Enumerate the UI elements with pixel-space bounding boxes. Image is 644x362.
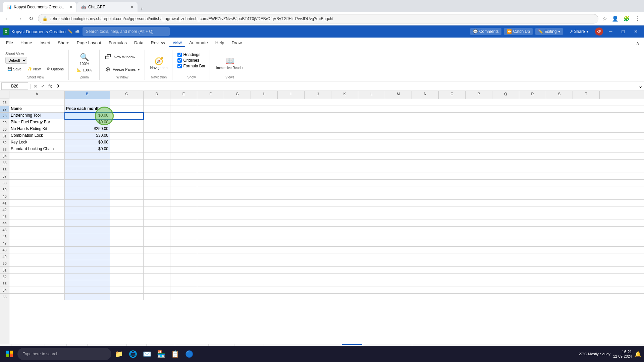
cell-A29[interactable]: Biker Fuel Energy Bar	[9, 119, 65, 126]
cell-C43[interactable]	[110, 213, 144, 220]
cell-E55[interactable]	[170, 294, 197, 300]
cell-C29[interactable]	[110, 119, 144, 126]
cell-B29[interactable]: $0.00	[65, 119, 110, 126]
cell-E33[interactable]	[170, 146, 197, 153]
cell-B41[interactable]	[65, 200, 110, 206]
options-button[interactable]: ⚙ Options	[45, 66, 66, 72]
cell-A39[interactable]	[9, 186, 65, 193]
tab-close-chatgpt[interactable]: ✕	[130, 5, 133, 9]
cell-C34[interactable]	[110, 153, 144, 160]
menu-automate[interactable]: Automate	[186, 39, 211, 47]
cell-D31[interactable]	[144, 133, 170, 139]
cell-F36[interactable]	[197, 166, 644, 173]
cell-F41[interactable]	[197, 200, 644, 206]
cell-B45[interactable]	[65, 227, 110, 233]
cell-D29[interactable]	[144, 119, 170, 126]
row-33[interactable]: 33	[0, 146, 9, 153]
formula-bar-expand-button[interactable]: ⌄	[638, 83, 643, 89]
headings-checkbox-label[interactable]: Headings	[177, 52, 200, 57]
cell-A37[interactable]	[9, 173, 65, 180]
cell-C46[interactable]	[110, 233, 144, 240]
cell-B54[interactable]	[65, 287, 110, 294]
cell-E43[interactable]	[170, 213, 197, 220]
title-edit-icon[interactable]: ✏️	[68, 29, 73, 34]
cell-F39[interactable]	[197, 186, 644, 193]
cell-C39[interactable]	[110, 186, 144, 193]
col-header-I[interactable]: I	[278, 91, 305, 99]
cell-C47[interactable]	[110, 240, 144, 247]
new-button[interactable]: ✨ New	[25, 66, 43, 72]
cell-B38[interactable]	[65, 180, 110, 186]
cell-E45[interactable]	[170, 227, 197, 233]
cell-B30[interactable]: $250.00	[65, 126, 110, 133]
cell-F54[interactable]	[197, 287, 644, 294]
formula-bar-checkbox-label[interactable]: Formula Bar	[177, 64, 205, 68]
cell-B48[interactable]	[65, 247, 110, 253]
view-fullscreen-button[interactable]: 🔍 100%	[77, 52, 91, 67]
cell-C50[interactable]	[110, 260, 144, 267]
cell-A55[interactable]	[9, 294, 65, 300]
cell-F44[interactable]	[197, 220, 644, 227]
cell-F30[interactable]	[197, 126, 644, 133]
cell-F48[interactable]	[197, 247, 644, 253]
menu-file[interactable]: File	[3, 39, 16, 47]
cell-C38[interactable]	[110, 180, 144, 186]
cell-B44[interactable]	[65, 220, 110, 227]
cell-A27[interactable]: Name	[9, 106, 65, 113]
taskbar-file-explorer[interactable]: 📁	[113, 348, 125, 360]
cell-F34[interactable]	[197, 153, 644, 160]
cell-E54[interactable]	[170, 287, 197, 294]
col-header-C[interactable]: C	[110, 91, 144, 99]
cell-F55[interactable]	[197, 294, 644, 300]
cell-A51[interactable]	[9, 267, 65, 274]
taskbar-mail[interactable]: ✉️	[141, 348, 153, 360]
cell-A28[interactable]: Entrenching Tool	[9, 113, 65, 119]
cell-D27[interactable]	[144, 106, 170, 113]
cell-D55[interactable]	[144, 294, 170, 300]
cell-A42[interactable]	[9, 206, 65, 213]
cell-B49[interactable]	[65, 253, 110, 260]
cell-F53[interactable]	[197, 280, 644, 287]
cell-B50[interactable]	[65, 260, 110, 267]
cell-A54[interactable]	[9, 287, 65, 294]
reload-button[interactable]: ↻	[27, 14, 35, 23]
cell-C52[interactable]	[110, 274, 144, 280]
bookmark-button[interactable]: ☆	[601, 14, 608, 23]
cell-D37[interactable]	[144, 173, 170, 180]
row-49[interactable]: 49	[0, 253, 9, 260]
cell-A32[interactable]: Key Lock	[9, 139, 65, 146]
cell-B42[interactable]	[65, 206, 110, 213]
cell-B51[interactable]	[65, 267, 110, 274]
row-35[interactable]: 35	[0, 160, 9, 166]
cell-D52[interactable]	[144, 274, 170, 280]
cell-D33[interactable]	[144, 146, 170, 153]
cell-D26[interactable]	[144, 99, 170, 106]
cell-E42[interactable]	[170, 206, 197, 213]
col-header-O[interactable]: O	[439, 91, 466, 99]
save-button[interactable]: 💾 Save	[5, 66, 23, 72]
row-41[interactable]: 41	[0, 200, 9, 206]
address-bar[interactable]: 🔒 zehntechtechnologies-my.sharepoint.com…	[38, 14, 598, 23]
cell-C41[interactable]	[110, 200, 144, 206]
col-header-L[interactable]: L	[358, 91, 385, 99]
row-27[interactable]: 27	[0, 106, 9, 113]
cell-C28[interactable]	[110, 113, 144, 119]
back-button[interactable]: ←	[3, 14, 12, 23]
cell-B28[interactable]: $0.00	[65, 113, 110, 119]
forward-button[interactable]: →	[15, 14, 24, 23]
cell-B37[interactable]	[65, 173, 110, 180]
cell-D40[interactable]	[144, 193, 170, 200]
cell-D30[interactable]	[144, 126, 170, 133]
headings-checkbox[interactable]	[177, 53, 182, 57]
collapse-ribbon-button[interactable]: ∧	[634, 40, 641, 46]
new-tab-button[interactable]: +	[138, 6, 145, 12]
cell-D32[interactable]	[144, 139, 170, 146]
menu-share[interactable]: Share	[54, 39, 73, 47]
catchup-button[interactable]: ⏩ Catch Up	[504, 28, 533, 35]
cell-B27[interactable]: Price each month	[65, 106, 110, 113]
cell-D47[interactable]	[144, 240, 170, 247]
cell-D44[interactable]	[144, 220, 170, 227]
sheet-view-select[interactable]: Default	[5, 57, 27, 64]
cell-A44[interactable]	[9, 220, 65, 227]
cell-C27[interactable]	[110, 106, 144, 113]
